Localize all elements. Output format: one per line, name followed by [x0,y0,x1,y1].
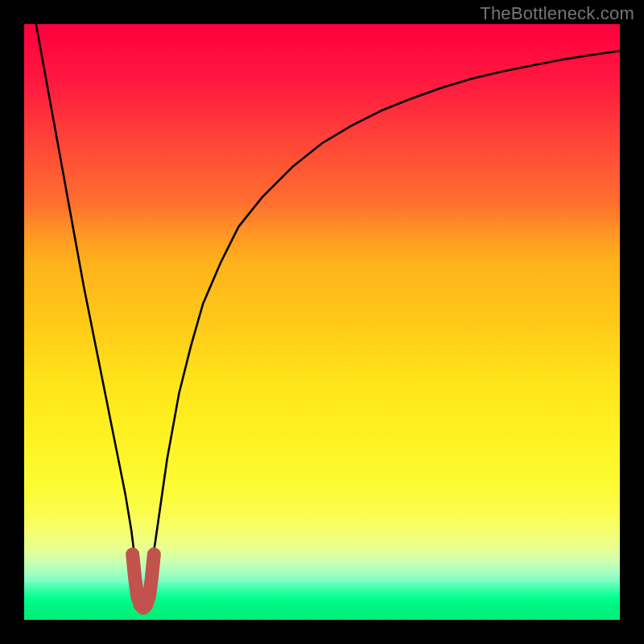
plot-area [24,24,620,620]
watermark-text: TheBottleneck.com [480,3,634,24]
highlight-marker [24,24,620,620]
chart-frame: TheBottleneck.com [0,0,644,644]
